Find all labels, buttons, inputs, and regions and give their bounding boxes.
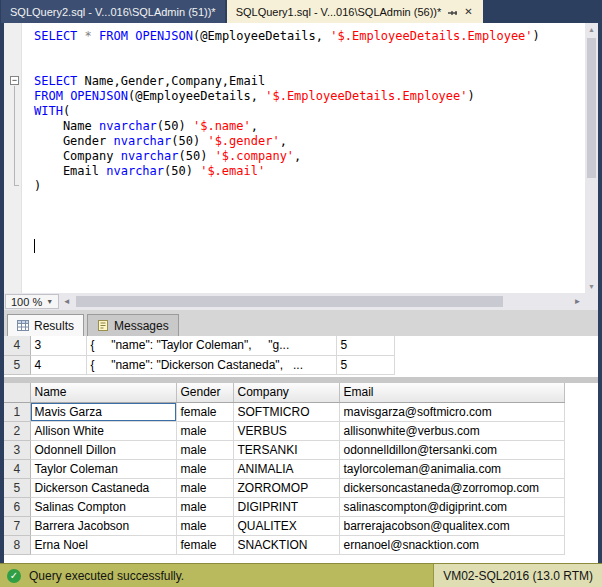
row-header[interactable]: 8 [4, 535, 30, 554]
code-token: SELECT [34, 29, 77, 43]
column-header[interactable]: Company [233, 383, 339, 402]
cell-value[interactable]: { "name": "Dickerson Castaneda", ... [86, 355, 336, 374]
row-header[interactable]: 4 [4, 336, 30, 355]
cell-type[interactable]: 5 [336, 355, 394, 374]
grid-filler [564, 535, 598, 554]
text-caret [34, 239, 35, 253]
cell[interactable]: SOFTMICRO [233, 402, 339, 421]
row-header[interactable]: 4 [4, 459, 30, 478]
cell[interactable]: ANIMALIA [233, 459, 339, 478]
grid1-row: 54{ "name": "Dickerson Castaneda", ...5 [4, 355, 598, 374]
cell-type[interactable]: 5 [336, 336, 394, 355]
horizontal-scrollbar[interactable]: ◄ ► [59, 293, 585, 310]
code-token: SELECT [34, 74, 77, 88]
results-grid-2[interactable]: NameGenderCompanyEmail 1Mavis Garzafemal… [4, 383, 598, 563]
cell[interactable]: QUALITEX [233, 516, 339, 535]
row-header[interactable]: 2 [4, 421, 30, 440]
cell[interactable]: salinascompton@digiprint.com [339, 497, 564, 516]
cell[interactable]: ZORROMOP [233, 478, 339, 497]
cell-key[interactable]: 3 [30, 336, 86, 355]
code-token: ) [533, 29, 540, 43]
code-token: Gender [34, 134, 113, 148]
cell[interactable]: male [176, 459, 233, 478]
cell-key[interactable]: 4 [30, 355, 86, 374]
code-token: ( [63, 104, 70, 118]
cell[interactable]: VERBUS [233, 421, 339, 440]
zoom-control[interactable]: 100 % ▼ [5, 294, 59, 309]
cell[interactable]: Taylor Coleman [30, 459, 176, 478]
scroll-right-icon[interactable]: ► [570, 297, 585, 306]
cell[interactable]: mavisgarza@softmicro.com [339, 402, 564, 421]
cell[interactable]: TERSANKI [233, 440, 339, 459]
row-header[interactable]: 3 [4, 440, 30, 459]
cell[interactable]: Dickerson Castaneda [30, 478, 176, 497]
sql-editor[interactable]: − SELECT * FROM OPENJSON(@EmployeeDetail… [4, 23, 585, 293]
cell[interactable]: Odonnell Dillon [30, 440, 176, 459]
cell[interactable]: male [176, 440, 233, 459]
scroll-up-icon[interactable]: ▲ [585, 23, 598, 36]
code-text: SELECT * FROM OPENJSON(@EmployeeDetails,… [34, 29, 540, 194]
tab-results[interactable]: Results [7, 314, 84, 336]
cell[interactable]: taylorcoleman@animalia.com [339, 459, 564, 478]
row-header[interactable]: 5 [4, 478, 30, 497]
cell[interactable]: allisonwhite@verbus.com [339, 421, 564, 440]
cell[interactable]: male [176, 421, 233, 440]
cell-value[interactable]: { "name": "Taylor Coleman", "g... [86, 336, 336, 355]
vertical-scrollbar[interactable]: ▲ ▼ [585, 23, 598, 293]
row-header[interactable]: 1 [4, 402, 30, 421]
grid2-header-row: NameGenderCompanyEmail [4, 383, 598, 402]
code-token: , [280, 134, 287, 148]
code-token: '$.company' [215, 149, 294, 163]
horizontal-scroll-thumb[interactable] [76, 296, 502, 307]
code-token: Email [34, 164, 106, 178]
cell[interactable]: ernanoel@snacktion.com [339, 535, 564, 554]
cell[interactable]: Erna Noel [30, 535, 176, 554]
horizontal-scroll-track[interactable] [74, 295, 570, 308]
pin-icon[interactable] [447, 7, 457, 17]
cell[interactable]: Salinas Compton [30, 497, 176, 516]
code-line: FROM OPENJSON(@EmployeeDetails, '$.Emplo… [34, 89, 540, 104]
cell[interactable]: male [176, 497, 233, 516]
cell[interactable]: male [176, 478, 233, 497]
grid2-row: 6Salinas ComptonmaleDIGIPRINTsalinascomp… [4, 497, 598, 516]
code-token: nvarchar [99, 119, 157, 133]
tab-messages[interactable]: Messages [87, 314, 179, 336]
row-header[interactable]: 5 [4, 355, 30, 374]
cell[interactable]: dickersoncastaneda@zorromop.com [339, 478, 564, 497]
cell[interactable]: odonnelldillon@tersanki.com [339, 440, 564, 459]
grid2-row: 1Mavis GarzafemaleSOFTMICROmavisgarza@so… [4, 402, 598, 421]
cell[interactable]: barrerajacobson@qualitex.com [339, 516, 564, 535]
cell[interactable]: SNACKTION [233, 535, 339, 554]
tab-sqlquery1[interactable]: SQLQuery1.sql - V...016\SQLAdmin (56))* … [227, 0, 483, 23]
cell[interactable]: Allison White [30, 421, 176, 440]
scroll-down-icon[interactable]: ▼ [585, 280, 598, 293]
row-header[interactable]: 7 [4, 516, 30, 535]
grid2-row: 2Allison WhitemaleVERBUSallisonwhite@ver… [4, 421, 598, 440]
vertical-scroll-thumb[interactable] [587, 38, 596, 178]
code-token: '$.EmployeeDetails.Employee' [330, 29, 532, 43]
document-tab-bar: SQLQuery2.sql - V...016\SQLAdmin (51))* … [0, 0, 602, 23]
fold-collapse-icon[interactable]: − [10, 76, 19, 85]
column-header[interactable]: Gender [176, 383, 233, 402]
row-header[interactable]: 6 [4, 497, 30, 516]
code-token: OPENJSON [70, 89, 128, 103]
scrollbar-corner [585, 293, 598, 310]
column-header[interactable]: Email [339, 383, 564, 402]
column-header[interactable]: Name [30, 383, 176, 402]
results-grid-icon [17, 320, 29, 331]
cell[interactable]: female [176, 535, 233, 554]
cell[interactable]: Mavis Garza [30, 402, 176, 421]
results-grid-1[interactable]: 43{ "name": "Taylor Coleman", "g...554{ … [4, 336, 598, 377]
server-name: VM02-SQL2016 (13.0 RTM) [443, 569, 593, 583]
code-token: (@EmployeeDetails, [128, 89, 265, 103]
tab-sqlquery2[interactable]: SQLQuery2.sql - V...016\SQLAdmin (51))* [1, 0, 225, 23]
scroll-left-icon[interactable]: ◄ [59, 297, 74, 306]
tab-label: SQLQuery2.sql - V...016\SQLAdmin (51))* [10, 6, 216, 18]
cell[interactable]: DIGIPRINT [233, 497, 339, 516]
grid-filler [564, 383, 598, 402]
cell[interactable]: male [176, 516, 233, 535]
cell[interactable]: Barrera Jacobson [30, 516, 176, 535]
close-icon[interactable]: ✕ [463, 6, 473, 17]
corner-header [4, 383, 30, 402]
cell[interactable]: female [176, 402, 233, 421]
